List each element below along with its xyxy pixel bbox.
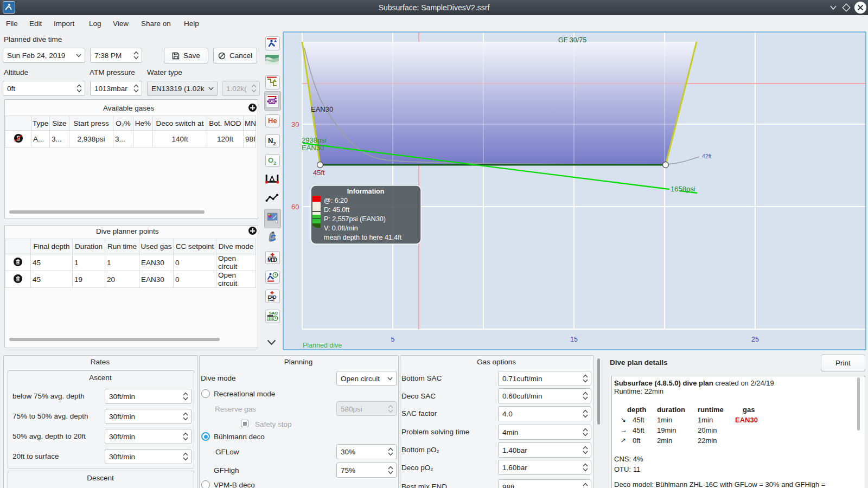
svg-text:SAC: SAC [269,311,278,316]
svg-text:25: 25 [751,336,759,343]
svg-text:MOD: MOD [267,257,277,262]
svg-text:EAN30: EAN30 [311,105,333,113]
svg-text:V: 0.0ft/min: V: 0.0ft/min [324,224,358,232]
svg-text:(•••): (•••) [269,298,275,302]
svg-text:60: 60 [291,203,299,211]
svg-text:5: 5 [391,336,395,343]
svg-text:Planned dive: Planned dive [303,342,342,349]
svg-text:15: 15 [570,336,578,343]
svg-text:30: 30 [291,120,299,129]
svg-text:@: 6:20: @: 6:20 [324,197,348,204]
svg-text:EAN30: EAN30 [302,144,324,152]
svg-text:2938psi: 2938psi [302,136,327,144]
svg-text:45ft: 45ft [313,169,325,177]
svg-text:Information: Information [347,188,385,195]
svg-text:1658psi: 1658psi [671,185,695,193]
svg-text:P: 2,557psi (EAN30): P: 2,557psi (EAN30) [324,215,386,223]
svg-text:GF 30/75: GF 30/75 [558,36,586,44]
svg-text:mean depth to here 41.4ft: mean depth to here 41.4ft [324,234,402,241]
svg-text:42ft: 42ft [702,153,712,159]
svg-text:D: 45.0ft: D: 45.0ft [324,206,350,214]
